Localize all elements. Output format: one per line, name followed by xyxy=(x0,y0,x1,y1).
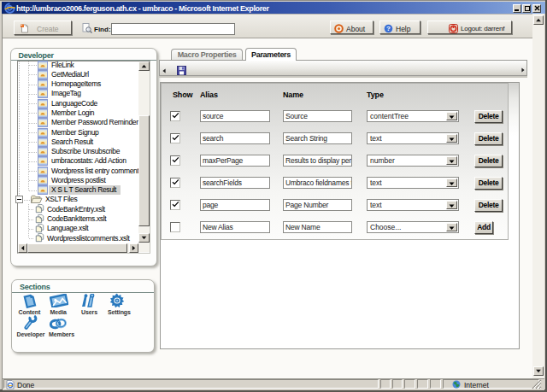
svg-text:?: ? xyxy=(386,25,391,32)
